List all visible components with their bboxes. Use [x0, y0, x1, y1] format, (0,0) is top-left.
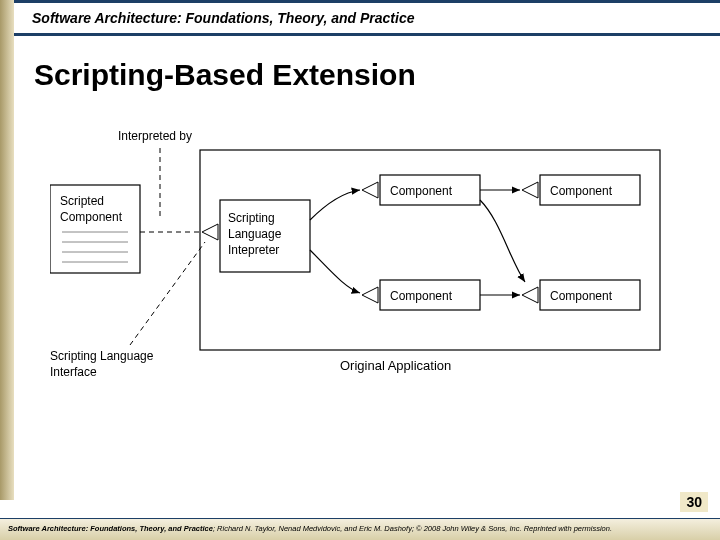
arrow-interp-to-bl — [310, 250, 360, 293]
component-port-bl-icon — [362, 287, 378, 303]
scripted-component-l1: Scripted — [60, 194, 104, 208]
page-number: 30 — [680, 492, 708, 512]
component-label-tr: Component — [550, 184, 613, 198]
original-app-label: Original Application — [340, 358, 451, 373]
footer-rest: ; Richard N. Taylor, Nenad Medvidovic, a… — [213, 524, 612, 533]
course-title: Software Architecture: Foundations, Theo… — [32, 10, 414, 26]
component-port-tl-icon — [362, 182, 378, 198]
interpreter-label-3: Intepreter — [228, 243, 279, 257]
sli-label-2: Interface — [50, 365, 97, 379]
component-label-bl: Component — [390, 289, 453, 303]
component-label-br: Component — [550, 289, 613, 303]
component-label-tl: Component — [390, 184, 453, 198]
left-accent-band — [0, 0, 14, 500]
footer-book-title: Software Architecture: Foundations, Theo… — [8, 524, 213, 533]
slide: Software Architecture: Foundations, Theo… — [0, 0, 720, 540]
header-bar: Software Architecture: Foundations, Theo… — [14, 0, 720, 36]
slide-title: Scripting-Based Extension — [34, 58, 416, 92]
sli-pointer — [130, 242, 205, 345]
interpreter-label-2: Language — [228, 227, 282, 241]
scripted-component-l2: Component — [60, 210, 123, 224]
arrow-tl-to-br — [480, 200, 525, 282]
interpreted-by-label: Interpreted by — [118, 129, 192, 143]
arrow-interp-to-tl — [310, 190, 360, 220]
interpreter-label-1: Scripting — [228, 211, 275, 225]
footer-citation: Software Architecture: Foundations, Theo… — [0, 518, 720, 540]
interpreter-port-icon — [202, 224, 218, 240]
sli-label-1: Scripting Language — [50, 349, 154, 363]
component-port-tr-icon — [522, 182, 538, 198]
architecture-diagram: Original Application Scripting Language … — [50, 120, 670, 400]
component-port-br-icon — [522, 287, 538, 303]
